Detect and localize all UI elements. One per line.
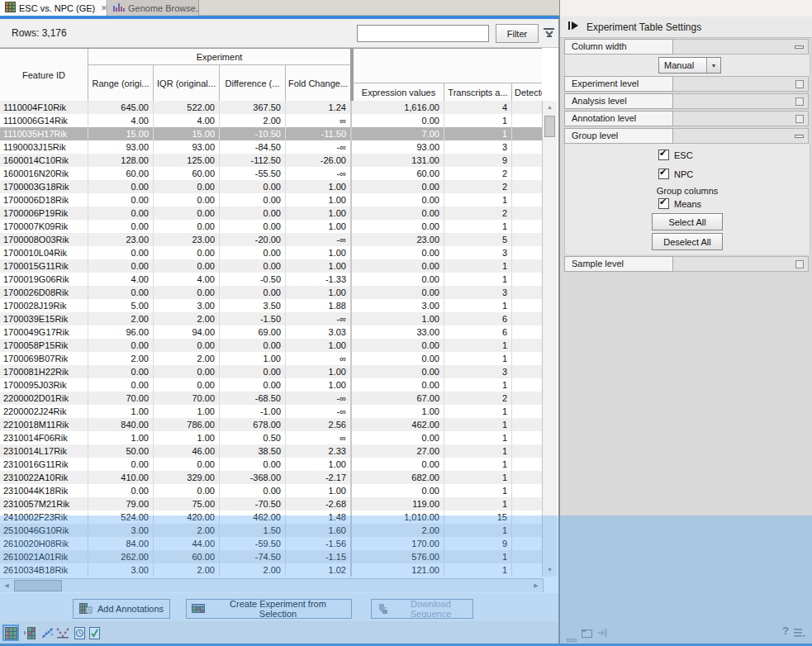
column-header-expression-values[interactable]: Expression values — [352, 83, 444, 102]
table-row[interactable]: 2610034B18Rik3.002.002.001.02121.001 — [0, 563, 542, 577]
heatmap-view-icon[interactable] — [22, 625, 39, 641]
feature-id-cell: 1700069B07Rik — [0, 352, 88, 365]
table-row[interactable]: 2310014L17Rik50.0046.0038.502.3327.001 — [0, 444, 542, 458]
collapse-icon[interactable] — [795, 135, 804, 138]
table-row[interactable]: 1700049G17Rik96.0094.0069.003.0333.006 — [0, 325, 542, 339]
dock-panel-icon[interactable] — [597, 626, 608, 641]
table-row[interactable]: 1700039E15Rik2.002.00-1.50-∞1.006 — [0, 312, 542, 325]
table-row[interactable]: 2310022A10Rik410.00329.00-368.00-2.17682… — [0, 471, 542, 484]
column-width-select[interactable]: Manual ▾ — [658, 57, 721, 74]
table-row[interactable]: 1110004F10Rik645.00522.00367.501.241,616… — [0, 101, 542, 114]
table-row[interactable]: 2610020H08Rik84.0044.00-59.50-1.56170.00… — [0, 537, 542, 550]
table-row[interactable]: 2310044K18Rik0.000.000.001.000.001 — [0, 484, 542, 497]
scroll-left-icon[interactable]: ◀ — [0, 579, 13, 592]
expand-icon[interactable] — [795, 115, 804, 123]
float-panel-icon[interactable] — [582, 626, 592, 641]
table-row[interactable]: 1700026D08Rik0.000.000.001.000.003 — [0, 286, 542, 299]
value-cell — [512, 180, 542, 193]
table-row[interactable]: 1700010L04Rik0.000.000.001.000.003 — [0, 246, 542, 259]
settings-panel-title: Experiment Table Settings — [586, 21, 701, 33]
panel-top-strip — [560, 0, 812, 17]
table-row[interactable]: 1700015G11Rik0.000.000.001.000.001 — [0, 259, 542, 273]
table-row[interactable]: 1700095J03Rik0.000.000.001.000.001 — [0, 378, 542, 392]
section-column-width[interactable]: Column width — [564, 39, 809, 55]
panel-menu-icon[interactable] — [794, 627, 805, 642]
value-cell: -1.50 — [220, 312, 286, 325]
value-cell — [512, 418, 542, 431]
tab-genome-browser[interactable]: Genome Browse... ✕ — [108, 0, 199, 16]
settings-panel-header: Experiment Table Settings — [560, 17, 812, 38]
table-row[interactable]: 2200002J24Rik1.001.00-1.00-∞1.001 — [0, 405, 542, 418]
expand-icon[interactable] — [795, 260, 804, 268]
column-header-detected[interactable]: Detecte — [512, 83, 542, 102]
download-sequence-button[interactable]: Download Sequence — [371, 599, 473, 619]
table-row[interactable]: 1110006G14Rik4.004.002.00∞0.001 — [0, 114, 542, 127]
table-row[interactable]: 1190003J15Rik93.0093.00-84.50-∞93.003 — [0, 140, 542, 154]
history-view-icon[interactable] — [71, 625, 88, 641]
table-row[interactable]: 1600014C10Rik128.00125.00-112.50-26.0013… — [0, 154, 542, 167]
section-experiment-level[interactable]: Experiment level — [564, 76, 809, 92]
vertical-scrollbar-thumb[interactable] — [544, 116, 555, 137]
scroll-right-icon[interactable]: ▶ — [529, 579, 543, 592]
table-row[interactable]: 2610021A01Rik262.0060.00-74.50-1.15576.0… — [0, 550, 542, 563]
table-row[interactable]: 2510046G10Rik3.002.001.501.602.001 — [0, 524, 542, 537]
table-row[interactable]: 1700008O03Rik23.0023.00-20.00-∞23.005 — [0, 233, 542, 246]
horizontal-scrollbar[interactable]: ◀ ▶ — [0, 578, 544, 592]
table-view-icon[interactable] — [2, 625, 19, 641]
column-header-fold-change[interactable]: Fold Change... — [286, 65, 352, 102]
column-header-iqr[interactable]: IQR (original... — [154, 65, 220, 102]
section-group-level[interactable]: Group level — [564, 128, 809, 144]
table-row[interactable]: 1700003G18Rik0.000.000.001.000.002 — [0, 180, 542, 193]
table-row[interactable]: 1700007K09Rik0.000.000.001.000.001 — [0, 220, 542, 233]
table-row[interactable]: 1600016N20Rik60.0060.00-55.50-∞60.002 — [0, 167, 542, 180]
group-checkbox-esc[interactable]: ✔ ESC — [658, 150, 693, 160]
deselect-all-button[interactable]: Deselect All — [652, 233, 723, 250]
scatter-plot-view-icon[interactable] — [40, 625, 56, 641]
create-experiment-button[interactable]: Create Experiment from Selection — [186, 599, 352, 619]
expand-icon[interactable] — [795, 97, 804, 106]
volcano-plot-view-icon[interactable] — [55, 625, 71, 641]
scroll-down-icon[interactable]: ▼ — [543, 563, 557, 577]
value-cell — [512, 325, 542, 339]
select-all-button[interactable]: Select All — [652, 213, 723, 230]
table-row[interactable]: 2310014F06Rik1.001.000.50∞0.001 — [0, 431, 542, 444]
column-header-difference[interactable]: Difference (... — [220, 65, 286, 102]
scroll-up-icon[interactable]: ▲ — [543, 101, 557, 114]
table-row[interactable]: 1110035H17Rik15.0015.00-10.50-11.507.001 — [0, 127, 542, 140]
tab-esc-vs-npc[interactable]: ESC vs. NPC (GE) ✕ — [0, 0, 107, 16]
expand-icon[interactable] — [795, 80, 804, 88]
filter-button[interactable]: Filter — [496, 24, 539, 43]
group-checkbox-means[interactable]: ✔ Means — [658, 198, 701, 209]
collapse-icon[interactable] — [795, 45, 804, 49]
sidebar-toggle-icon[interactable] — [568, 21, 579, 33]
table-row[interactable]: 2200002D01Rik70.0070.00-68.50-∞67.002 — [0, 392, 542, 405]
group-checkbox-npc[interactable]: ✔ NPC — [658, 169, 693, 179]
table-row[interactable]: 2410002F23Rik524.00420.00462.001.481,010… — [0, 511, 542, 524]
section-annotation-level[interactable]: Annotation level — [564, 111, 809, 126]
filter-input[interactable] — [357, 25, 489, 42]
section-analysis-level[interactable]: Analysis level — [564, 93, 809, 109]
section-sample-level[interactable]: Sample level — [564, 256, 809, 272]
vertical-scrollbar[interactable]: ▲ ▼ — [542, 101, 557, 577]
table-row[interactable]: 2310016G11Rik0.000.000.001.000.001 — [0, 458, 542, 471]
table-row[interactable]: 2310057M21Rik79.0075.00-70.50-2.68119.00… — [0, 497, 542, 511]
add-annotations-button[interactable]: Add Annotations — [73, 599, 170, 619]
table-row[interactable]: 1700058P15Rik0.000.000.001.000.001 — [0, 339, 542, 352]
element-info-view-icon[interactable] — [86, 625, 102, 641]
checkbox-label: NPC — [674, 169, 693, 179]
table-row[interactable]: 1700081H22Rik0.000.000.001.000.003 — [0, 365, 542, 378]
table-row[interactable]: 1700019G06Rik4.004.00-0.50-1.330.001 — [0, 273, 542, 286]
column-header-transcripts[interactable]: Transcripts a... — [444, 83, 512, 102]
column-header-range[interactable]: Range (origi... — [88, 65, 154, 102]
column-header-feature-id[interactable]: Feature ID — [0, 49, 88, 102]
horizontal-scrollbar-thumb[interactable] — [14, 580, 62, 591]
table-row[interactable]: 1700006D18Rik0.000.000.001.000.001 — [0, 193, 542, 207]
table-row[interactable]: 1700069B07Rik2.002.001.00∞0.001 — [0, 352, 542, 365]
close-icon[interactable]: ✕ — [101, 4, 107, 12]
table-row[interactable]: 2210018M11Rik840.00786.00678.002.56462.0… — [0, 418, 542, 431]
value-cell: 0.00 — [154, 259, 220, 273]
filter-options-icon[interactable] — [543, 26, 556, 40]
table-row[interactable]: 1700028J19Rik5.003.003.501.883.001 — [0, 299, 542, 312]
help-icon[interactable]: ? — [782, 625, 789, 637]
table-row[interactable]: 1700006P19Rik0.000.000.001.000.002 — [0, 207, 542, 220]
